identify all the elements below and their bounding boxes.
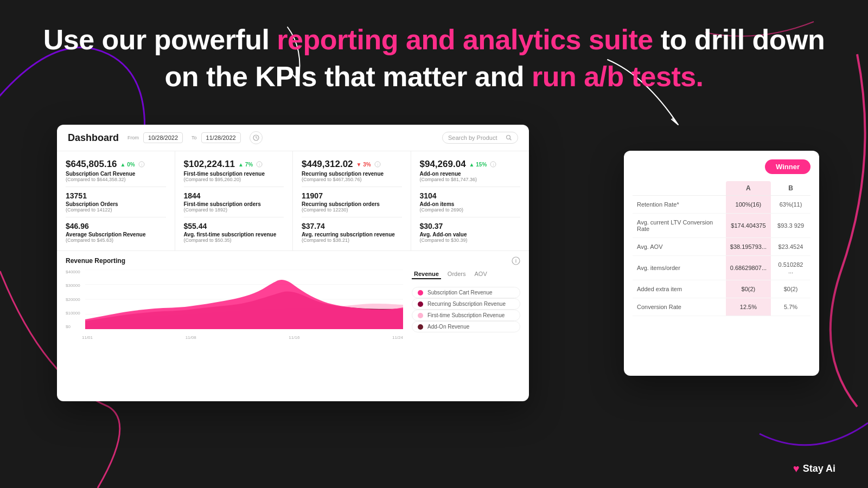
kpi-value: $102,224.11 <box>184 159 235 170</box>
legend-label: Subscription Cart Revenue <box>427 290 493 296</box>
metric-name: Conversion Rate <box>633 298 726 316</box>
search-box[interactable]: Search by Product <box>442 132 518 144</box>
date-to-value[interactable]: 11/28/2022 <box>201 132 241 143</box>
date-to-group: To 11/28/2022 <box>192 132 241 143</box>
search-icon <box>506 134 512 141</box>
kpi-primary: $449,312.02 ▼ 3% i Recurring subscriptio… <box>302 159 402 182</box>
kpi-tertiary: $55.44 Avg. first-time subscription reve… <box>184 222 284 243</box>
revenue-content: $40000 $30000 $20000 $10000 $0 <box>66 269 520 340</box>
winner-badge: Winner <box>765 159 810 174</box>
kpi-sub-compare: (Compared to 14122) <box>66 207 166 213</box>
kpi-sub2-compare: (Compared to $50.35) <box>184 237 284 243</box>
kpi-sub-compare: (Compared to 1892) <box>184 207 284 213</box>
chart-svg <box>85 269 403 329</box>
kpi-section-3: $94,269.04 ▲ 15% i Add-on revenue (Compa… <box>411 151 529 251</box>
kpi-sub-value: 13751 <box>66 191 166 200</box>
tab-revenue[interactable]: Revenue <box>412 269 441 279</box>
kpi-badge: ▲ 0% <box>120 162 135 168</box>
dashboard-title: Dashboard <box>68 132 119 144</box>
kpi-label: Recurring subscription revenue <box>302 171 402 177</box>
kpi-sub-label: Recurring subscription orders <box>302 201 402 207</box>
svg-text:i: i <box>493 163 494 166</box>
kpi-sub2-compare: (Compared to $45.63) <box>66 237 166 243</box>
legend-dot <box>418 324 423 330</box>
kpi-section-1: $102,224.11 ▲ 7% i First-time subscripti… <box>175 151 293 251</box>
kpi-primary: $645,805.16 ▲ 0% i Subscription Cart Rev… <box>66 159 166 182</box>
kpi-sub2-value: $55.44 <box>184 222 284 230</box>
col-b-value: $93.3 929 <box>771 214 810 238</box>
svg-point-1 <box>507 136 510 139</box>
dashboard-panel: Dashboard From 10/28/2022 To 11/28/2022 … <box>57 125 529 401</box>
col-a-value: $0(2) <box>726 280 771 298</box>
kpi-section-0: $645,805.16 ▲ 0% i Subscription Cart Rev… <box>57 151 175 251</box>
hero-title: Use our powerful reporting and analytics… <box>0 22 868 95</box>
kpi-secondary: 13751 Subscription Orders (Compared to 1… <box>66 191 166 213</box>
col-b-value: 5.7% <box>771 298 810 316</box>
brand-heart-icon: ♥ <box>793 463 800 475</box>
kpi-value: $645,805.16 <box>66 159 117 170</box>
kpi-sub-label: Subscription Orders <box>66 201 166 207</box>
col-b-value: $0(2) <box>771 280 810 298</box>
legend-label: Add-On Revenue <box>427 324 469 330</box>
svg-text:i: i <box>141 163 142 166</box>
ab-test-panel: Winner A B Retention Rate* 100%(16) 63%(… <box>624 151 819 376</box>
search-placeholder: Search by Product <box>448 134 502 141</box>
kpi-badge: ▲ 15% <box>469 162 487 168</box>
metric-name: Retention Rate* <box>633 196 726 214</box>
col-a-value: 0.68629807... <box>726 256 771 280</box>
col-b-header: B <box>771 181 810 196</box>
kpi-sub2-label: Avg. Add-on value <box>420 232 521 237</box>
kpi-compare: (Compared to $644,358.32) <box>66 177 166 182</box>
legend-item-3: Add-On Revenue <box>412 321 520 332</box>
y-axis: $40000 $30000 $20000 $10000 $0 <box>66 269 80 329</box>
legend-list: Subscription Cart RevenueRecurring Subsc… <box>412 287 520 332</box>
col-a-header: A <box>726 181 771 196</box>
legend-area: Revenue Orders AOV Subscription Cart Rev… <box>412 269 520 340</box>
kpi-tertiary: $37.74 Avg. recurring subscription reven… <box>302 222 402 243</box>
legend-dot <box>418 313 423 318</box>
metric-name: Avg. items/order <box>633 256 726 280</box>
kpi-sub2-label: Avg. first-time subscription revenue <box>184 232 284 237</box>
date-from-group: From 10/28/2022 <box>127 132 183 143</box>
metric-name: Avg. AOV <box>633 238 726 256</box>
dashboard-header: Dashboard From 10/28/2022 To 11/28/2022 … <box>57 125 529 151</box>
col-b-value: $23.4524 <box>771 238 810 256</box>
kpi-sub2-value: $46.96 <box>66 222 166 230</box>
kpi-label: First-time subscription revenue <box>184 171 284 177</box>
ab-table-row: Avg. items/order 0.68629807... 0.510282 … <box>633 256 810 280</box>
kpi-value: $449,312.02 <box>302 159 353 170</box>
info-icon: i <box>374 161 381 168</box>
revenue-title: Revenue Reporting <box>66 257 125 265</box>
kpi-sub2-compare: (Compared to $38.21) <box>302 237 402 243</box>
tab-aov[interactable]: AOV <box>472 269 489 279</box>
kpi-grid: $645,805.16 ▲ 0% i Subscription Cart Rev… <box>57 151 529 251</box>
metric-name: Avg. current LTV Conversion Rate <box>633 214 726 238</box>
calendar-icon[interactable] <box>250 131 263 144</box>
kpi-sub2-compare: (Compared to $30.39) <box>420 237 521 243</box>
ab-table-row: Conversion Rate 12.5% 5.7% <box>633 298 810 316</box>
svg-text:i: i <box>259 163 260 166</box>
revenue-chart: $40000 $30000 $20000 $10000 $0 <box>66 269 403 340</box>
date-from-value[interactable]: 10/28/2022 <box>143 132 183 143</box>
kpi-tertiary: $46.96 Average Subscription Revenue (Com… <box>66 222 166 243</box>
ab-test-table: A B Retention Rate* 100%(16) 63%(11) Avg… <box>633 181 810 316</box>
kpi-sub-label: First-time subscription orders <box>184 201 284 207</box>
ab-table-row: Avg. current LTV Conversion Rate $174.40… <box>633 214 810 238</box>
legend-item-0: Subscription Cart Revenue <box>412 287 520 298</box>
kpi-badge: ▲ 7% <box>238 162 253 168</box>
kpi-compare: (Compared to $467,350.76) <box>302 177 402 182</box>
kpi-primary: $94,269.04 ▲ 15% i Add-on revenue (Compa… <box>420 159 521 182</box>
kpi-label: Subscription Cart Revenue <box>66 171 166 177</box>
tab-orders[interactable]: Orders <box>445 269 468 279</box>
ab-table-row: Retention Rate* 100%(16) 63%(11) <box>633 196 810 214</box>
kpi-sub-compare: (Compared to 2690) <box>420 207 521 213</box>
kpi-primary: $102,224.11 ▲ 7% i First-time subscripti… <box>184 159 284 182</box>
kpi-sub-label: Add-on items <box>420 201 521 207</box>
kpi-value: $94,269.04 <box>420 159 466 170</box>
metric-name: Added extra item <box>633 280 726 298</box>
kpi-secondary: 3104 Add-on items (Compared to 2690) <box>420 191 521 213</box>
kpi-secondary: 1844 First-time subscription orders (Com… <box>184 191 284 213</box>
col-a-value: 100%(16) <box>726 196 771 214</box>
col-a-value: 12.5% <box>726 298 771 316</box>
info-icon: i <box>138 161 145 168</box>
